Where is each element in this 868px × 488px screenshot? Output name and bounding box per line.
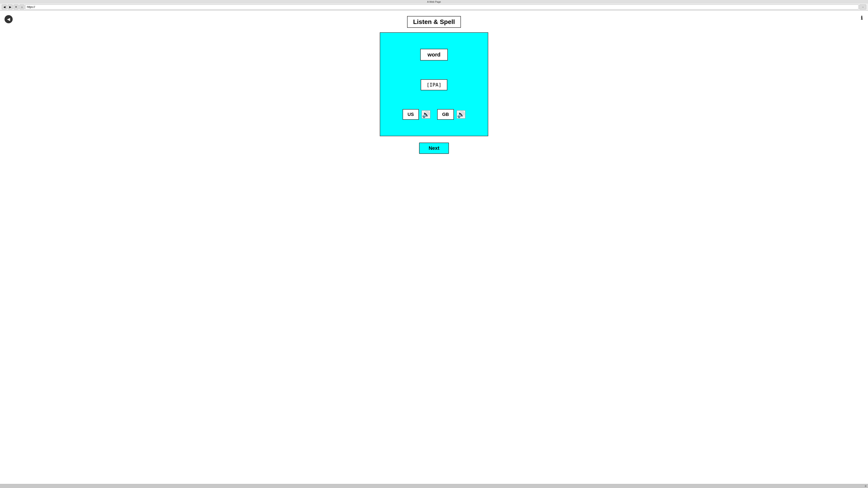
- next-button[interactable]: Next: [419, 142, 449, 154]
- gb-label-box: GB: [437, 109, 454, 120]
- browser-chrome: A Web Page ◀ ▶ ✕ ⌂ →: [0, 0, 868, 11]
- back-icon: ◀: [7, 17, 10, 22]
- info-icon: ℹ: [861, 15, 863, 21]
- home-nav-button[interactable]: ⌂: [20, 4, 24, 9]
- ipa-display: [IPA]: [421, 79, 447, 90]
- browser-title: A Web Page: [0, 0, 868, 4]
- page-heading: Listen & Spell: [407, 16, 461, 28]
- audio-controls-row: US 🔊 GB 🔊: [403, 109, 465, 120]
- us-speaker-icon: 🔊: [422, 111, 430, 118]
- main-card: word [IPA] US 🔊 GB 🔊: [380, 32, 488, 136]
- go-button[interactable]: →: [860, 4, 866, 9]
- us-label: US: [408, 112, 414, 117]
- ipa-text: [IPA]: [427, 82, 441, 88]
- info-button[interactable]: ℹ: [861, 15, 863, 21]
- stop-nav-button[interactable]: ✕: [13, 4, 19, 9]
- browser-nav: ◀ ▶ ✕ ⌂ →: [0, 4, 868, 10]
- word-display: word: [420, 49, 447, 61]
- us-label-box: US: [403, 109, 419, 120]
- back-nav-button[interactable]: ◀: [2, 4, 7, 9]
- page-title-tab: A Web Page: [427, 0, 441, 3]
- gb-speaker-button[interactable]: 🔊: [457, 110, 465, 119]
- page-content: ◀ ℹ Listen & Spell word [IPA] US 🔊: [0, 11, 868, 484]
- status-icon: ⚙: [865, 485, 867, 487]
- back-button[interactable]: ◀: [4, 15, 13, 23]
- forward-nav-button[interactable]: ▶: [8, 4, 13, 9]
- us-speaker-button[interactable]: 🔊: [422, 110, 430, 119]
- address-bar[interactable]: [25, 4, 859, 9]
- page-heading-text: Listen & Spell: [413, 18, 455, 25]
- gb-audio-group: GB 🔊: [437, 109, 465, 120]
- us-audio-group: US 🔊: [403, 109, 430, 120]
- gb-label: GB: [442, 112, 449, 117]
- status-bar: ⚙: [0, 484, 868, 488]
- word-text: word: [428, 52, 440, 58]
- next-label: Next: [429, 145, 439, 151]
- gb-speaker-icon: 🔊: [457, 111, 465, 118]
